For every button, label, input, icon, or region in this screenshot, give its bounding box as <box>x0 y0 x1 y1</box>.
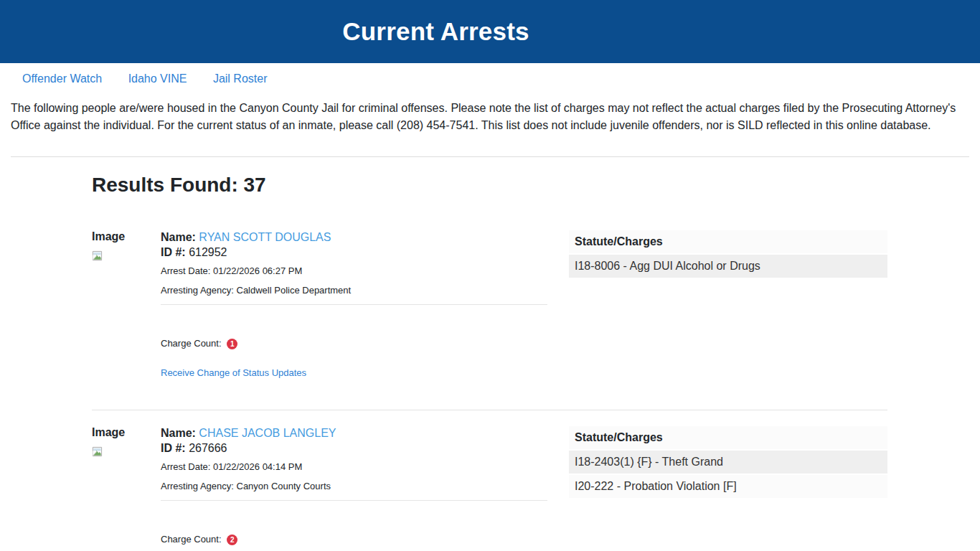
nav-link-offender-watch[interactable]: Offender Watch <box>22 72 102 85</box>
top-nav: Offender Watch Idaho VINE Jail Roster <box>0 63 980 92</box>
arrest-record: Image Name: CHASE JACOB LANGLEY ID #: 26… <box>92 426 887 551</box>
name-label: Name: <box>161 427 196 439</box>
record-charges-column: Statute/Charges I18-8006 - Agg DUI Alcoh… <box>547 230 887 379</box>
inmate-name-link[interactable]: RYAN SCOTT DOUGLAS <box>199 231 331 243</box>
record-details: Name: RYAN SCOTT DOUGLAS ID #: 612952 Ar… <box>161 230 547 379</box>
arrest-date: Arrest Date: 01/22/2026 04:14 PM <box>161 461 547 472</box>
header-inner: Current Arrests <box>0 0 872 63</box>
broken-image-icon <box>92 446 103 457</box>
name-label: Name: <box>161 231 196 243</box>
name-line: Name: RYAN SCOTT DOUGLAS <box>161 231 547 244</box>
charge-row: I20-222 - Probation Violation [F] <box>569 475 887 499</box>
id-line: ID #: 267666 <box>161 442 547 455</box>
charge-count-label: Charge Count: <box>161 338 222 349</box>
arrest-record: Image Name: RYAN SCOTT DOUGLAS ID #: 612… <box>92 230 887 379</box>
receive-status-updates-link[interactable]: Receive Change of Status Updates <box>161 367 306 378</box>
name-line: Name: CHASE JACOB LANGLEY <box>161 427 547 440</box>
charge-count-line: Charge Count: 2 <box>161 534 547 545</box>
intro-text: The following people are/were housed in … <box>11 100 969 134</box>
charge-count-label: Charge Count: <box>161 534 222 545</box>
inmate-name-link[interactable]: CHASE JACOB LANGLEY <box>199 427 336 439</box>
results-container: Results Found: 37 Image Name: RYAN SCOTT… <box>92 174 887 551</box>
details-divider <box>161 304 547 305</box>
charge-count-badge: 1 <box>227 339 237 349</box>
charge-row: I18-2403(1) {F} - Theft Grand <box>569 451 887 475</box>
results-count-heading: Results Found: 37 <box>92 174 887 197</box>
charge-count-badge: 2 <box>227 534 237 545</box>
charges-table-header: Statute/Charges <box>569 426 887 451</box>
arresting-agency: Arresting Agency: Canyon County Courts <box>161 481 547 491</box>
id-value: 612952 <box>189 246 227 258</box>
record-details: Name: CHASE JACOB LANGLEY ID #: 267666 A… <box>161 426 547 551</box>
arresting-agency: Arresting Agency: Caldwell Police Depart… <box>161 285 547 296</box>
details-divider <box>161 500 547 501</box>
charges-table: Statute/Charges I18-8006 - Agg DUI Alcoh… <box>569 230 887 279</box>
id-label: ID #: <box>161 246 186 258</box>
charge-count-line: Charge Count: 1 <box>161 338 547 349</box>
image-label: Image <box>92 426 161 439</box>
charge-row: I18-8006 - Agg DUI Alcohol or Drugs <box>569 255 887 279</box>
arrest-date: Arrest Date: 01/22/2026 06:27 PM <box>161 265 547 276</box>
charges-table: Statute/Charges I18-2403(1) {F} - Theft … <box>569 426 887 499</box>
intro-divider <box>11 156 969 157</box>
id-value: 267666 <box>189 442 227 454</box>
page-header: Current Arrests <box>0 0 980 63</box>
image-label: Image <box>92 230 161 243</box>
record-charges-column: Statute/Charges I18-2403(1) {F} - Theft … <box>547 426 887 551</box>
record-image-column: Image <box>92 230 161 379</box>
nav-link-jail-roster[interactable]: Jail Roster <box>213 72 268 85</box>
page-title: Current Arrests <box>0 0 872 63</box>
charges-table-header: Statute/Charges <box>569 230 887 255</box>
id-label: ID #: <box>161 442 186 454</box>
broken-image-icon <box>92 250 103 261</box>
id-line: ID #: 612952 <box>161 246 547 259</box>
record-image-column: Image <box>92 426 161 551</box>
record-divider <box>92 410 887 410</box>
nav-link-idaho-vine[interactable]: Idaho VINE <box>128 72 187 85</box>
